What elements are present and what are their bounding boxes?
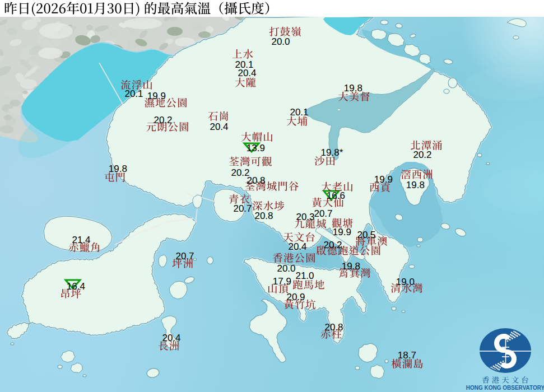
svg-text:19.8: 19.8	[109, 164, 127, 174]
svg-text:20.8: 20.8	[254, 211, 273, 221]
svg-text:19.9: 19.9	[374, 174, 393, 185]
svg-text:19.8: 19.8	[406, 180, 425, 190]
svg-text:20.7: 20.7	[175, 251, 194, 262]
svg-text:20.0: 20.0	[271, 36, 290, 47]
svg-text:20.4: 20.4	[238, 68, 256, 78]
svg-text:16.6: 16.6	[327, 190, 345, 201]
svg-text:19.8: 19.8	[342, 261, 360, 272]
svg-text:20.0: 20.0	[277, 263, 295, 274]
svg-text:HONG KONG OBSERVATORY: HONG KONG OBSERVATORY	[466, 385, 544, 391]
svg-text:20.4: 20.4	[288, 241, 306, 252]
svg-text:16.4: 16.4	[67, 281, 85, 292]
svg-text:19.8: 19.8	[344, 83, 362, 94]
svg-text:20.5: 20.5	[357, 230, 375, 240]
svg-text:20.7: 20.7	[314, 208, 332, 219]
svg-text:18.7: 18.7	[398, 350, 416, 361]
svg-text:20.3: 20.3	[296, 212, 314, 222]
svg-text:20.2: 20.2	[323, 240, 342, 250]
svg-text:19.9: 19.9	[333, 227, 351, 237]
svg-text:20.7: 20.7	[233, 203, 252, 214]
svg-text:20.2: 20.2	[154, 115, 172, 125]
svg-text:20.2: 20.2	[413, 150, 431, 160]
svg-text:19.0: 19.0	[396, 277, 415, 287]
svg-text:19.8*: 19.8*	[321, 147, 343, 158]
svg-text:20.8: 20.8	[324, 322, 343, 333]
svg-text:20.1: 20.1	[290, 107, 308, 118]
svg-text:20.9: 20.9	[286, 292, 305, 302]
svg-text:17.9: 17.9	[273, 276, 291, 287]
svg-text:20.1: 20.1	[124, 88, 143, 99]
svg-text:20.4: 20.4	[162, 333, 180, 343]
svg-text:20.4: 20.4	[210, 122, 228, 132]
svg-text:21.4: 21.4	[72, 235, 90, 245]
svg-text:19.9: 19.9	[147, 91, 166, 101]
svg-text:13.9: 13.9	[247, 143, 265, 153]
svg-text:21.0: 21.0	[295, 270, 314, 281]
svg-text:20.8: 20.8	[247, 175, 265, 186]
